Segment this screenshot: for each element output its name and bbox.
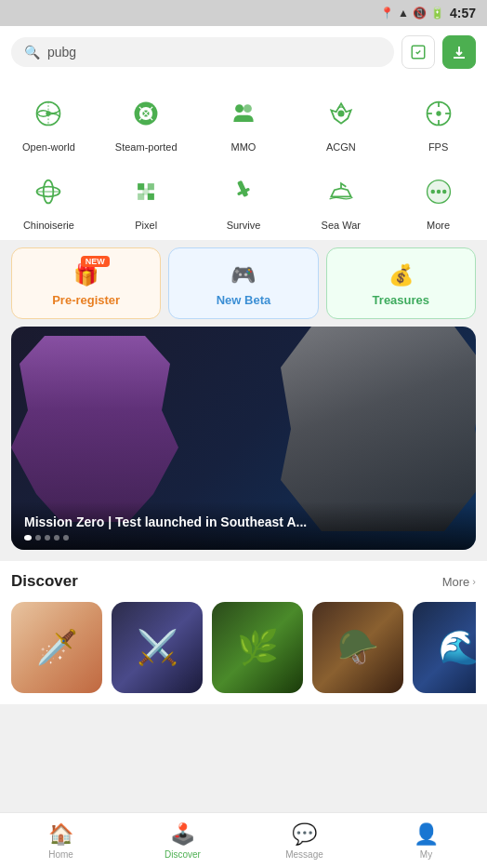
banner-dot-3 [45, 535, 50, 541]
category-more[interactable]: More [389, 169, 487, 231]
acgn-label: ACGN [326, 141, 356, 153]
location-icon: 📍 [380, 7, 394, 20]
main-content: 🔍 pubg [0, 26, 487, 812]
survive-icon [221, 169, 266, 214]
svg-point-7 [235, 104, 244, 113]
nav-my[interactable]: 👤 My [365, 813, 487, 868]
discover-more-button[interactable]: More › [442, 575, 476, 589]
preregister-tab[interactable]: NEW 🎁 Pre-register [11, 247, 161, 319]
game-image-2: ⚔️ [112, 602, 203, 693]
more-label: More [427, 220, 450, 231]
wifi-icon: ▲ [398, 7, 409, 20]
nav-message[interactable]: 💬 Message [244, 813, 365, 868]
discover-title: Discover [11, 572, 78, 591]
category-section: Open-world Steam-ported [0, 78, 487, 240]
pixel-icon [124, 169, 168, 214]
mmo-icon [221, 91, 266, 136]
banner-dot-5 [63, 535, 69, 541]
download-button[interactable] [442, 35, 476, 69]
category-survive[interactable]: Survive [195, 169, 293, 231]
game-thumb-3: 🌿 [212, 602, 303, 693]
discover-icon: 🕹️ [170, 822, 195, 847]
survive-label: Survive [227, 220, 261, 231]
game-image-3: 🌿 [212, 602, 303, 693]
nav-message-label: Message [285, 849, 323, 860]
svg-point-9 [337, 110, 344, 116]
svg-point-28 [436, 190, 440, 194]
svg-point-29 [442, 190, 446, 194]
discover-more-label: More [442, 575, 470, 589]
treasures-icon: 💰 [388, 263, 414, 287]
nav-discover-label: Discover [165, 849, 201, 860]
nav-home-label: Home [48, 849, 73, 860]
discover-game-2[interactable]: ⚔️ [112, 602, 203, 693]
game-thumb-5: 🌊 [413, 602, 476, 693]
category-open-world[interactable]: Open-world [0, 91, 98, 153]
newbeta-icon: 🎮 [230, 263, 256, 287]
preregister-badge: NEW [81, 256, 110, 267]
fps-icon [416, 91, 461, 136]
sea-war-label: Sea War [322, 220, 361, 231]
open-world-label: Open-world [22, 141, 75, 153]
treasures-label: Treasures [373, 293, 429, 307]
category-sea-war[interactable]: Sea War [292, 169, 389, 231]
discover-game-5[interactable]: 🌊 [413, 602, 476, 693]
category-acgn[interactable]: ACGN [292, 91, 389, 153]
category-steam-ported[interactable]: Steam-ported [98, 91, 195, 153]
category-chinoiserie[interactable]: Chinoiserie [0, 169, 98, 231]
nav-discover[interactable]: 🕹️ Discover [122, 813, 244, 868]
discover-game-4[interactable]: 🪖 [312, 602, 403, 693]
discover-games-list: 🗡️ ⚔️ 🌿 🪖 🌊 [11, 602, 476, 693]
preregister-label: Pre-register [52, 293, 120, 307]
discover-header: Discover More › [11, 572, 476, 591]
game-image-1: 🗡️ [11, 602, 102, 693]
svg-rect-23 [143, 188, 150, 194]
category-mmo[interactable]: MMO [195, 91, 293, 153]
pixel-label: Pixel [135, 220, 157, 231]
category-fps[interactable]: FPS [389, 91, 487, 153]
newbeta-tab[interactable]: 🎮 New Beta [168, 247, 318, 319]
more-icon [416, 169, 461, 214]
category-pixel[interactable]: Pixel [98, 169, 195, 231]
game-thumb-1: 🗡️ [11, 602, 102, 693]
search-value: pubg [47, 45, 76, 60]
steam-label: Steam-ported [115, 141, 178, 153]
banner-char-right [281, 327, 476, 531]
sea-war-icon [319, 169, 363, 214]
home-icon: 🏠 [48, 822, 73, 847]
my-icon: 👤 [414, 822, 439, 847]
signal-icon: 📵 [413, 7, 427, 20]
banner-dot-4 [54, 535, 59, 541]
mmo-label: MMO [231, 141, 257, 153]
banner-dot-2 [35, 535, 41, 541]
banner-title: Mission Zero | Test launched in Southeas… [24, 514, 463, 529]
svg-point-8 [244, 104, 252, 113]
banner-overlay: Mission Zero | Test launched in Southeas… [11, 501, 476, 550]
status-bar: 📍 ▲ 📵 🔋 4:57 [0, 0, 487, 26]
treasures-tab[interactable]: 💰 Treasures [326, 247, 476, 319]
game-image-5: 🌊 [413, 602, 476, 693]
banner[interactable]: Mission Zero | Test launched in Southeas… [11, 327, 476, 550]
newbeta-label: New Beta [217, 293, 271, 307]
discover-more-arrow-icon: › [472, 576, 476, 587]
discover-game-3[interactable]: 🌿 [212, 602, 303, 693]
open-world-icon [26, 91, 71, 136]
nav-my-label: My [420, 849, 432, 860]
status-time: 4:57 [450, 6, 476, 20]
wishlist-button[interactable] [401, 35, 435, 69]
nav-home[interactable]: 🏠 Home [0, 813, 122, 868]
category-grid: Open-world Steam-ported [0, 91, 487, 231]
tabs-section: NEW 🎁 Pre-register 🎮 New Beta 💰 Treasure… [0, 247, 487, 319]
fps-label: FPS [428, 141, 448, 153]
banner-char-left [11, 336, 178, 522]
discover-section: Discover More › 🗡️ ⚔️ 🌿 [0, 561, 487, 704]
game-image-4: 🪖 [312, 602, 403, 693]
chinoiserie-label: Chinoiserie [23, 220, 74, 231]
bottom-nav: 🏠 Home 🕹️ Discover 💬 Message 👤 My [0, 812, 487, 868]
discover-game-1[interactable]: 🗡️ [11, 602, 102, 693]
steam-icon [124, 91, 168, 136]
search-bar: 🔍 pubg [0, 26, 487, 78]
chinoiserie-icon [26, 169, 71, 214]
banner-dots [24, 535, 463, 541]
search-input-area[interactable]: 🔍 pubg [11, 37, 394, 67]
